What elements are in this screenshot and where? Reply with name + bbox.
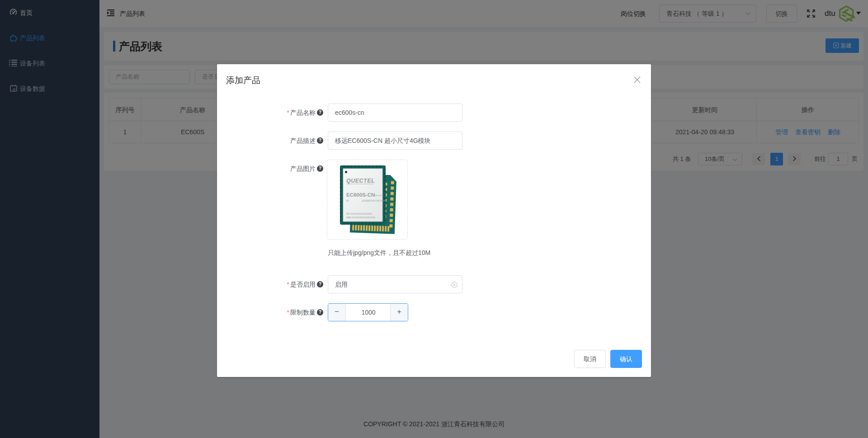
- svg-text:QB-XXXX: QB-XXXX: [374, 194, 383, 197]
- svg-text:SN:XXXXXXXXXXXXXX: SN:XXXXXXXXXXXXXX: [346, 212, 373, 215]
- svg-text:EC600S-CN: EC600S-CN: [346, 192, 375, 198]
- svg-text:EC600SCNXX-XXX-XXXX: EC600SCNXX-XXX-XXXX: [362, 200, 387, 202]
- svg-text:IMEI:XXXXXXXXXXXXXXX: IMEI:XXXXXXXXXXXXXXX: [346, 216, 376, 219]
- svg-text:EX: EX: [346, 200, 349, 202]
- svg-text:QUECTEL: QUECTEL: [346, 178, 375, 184]
